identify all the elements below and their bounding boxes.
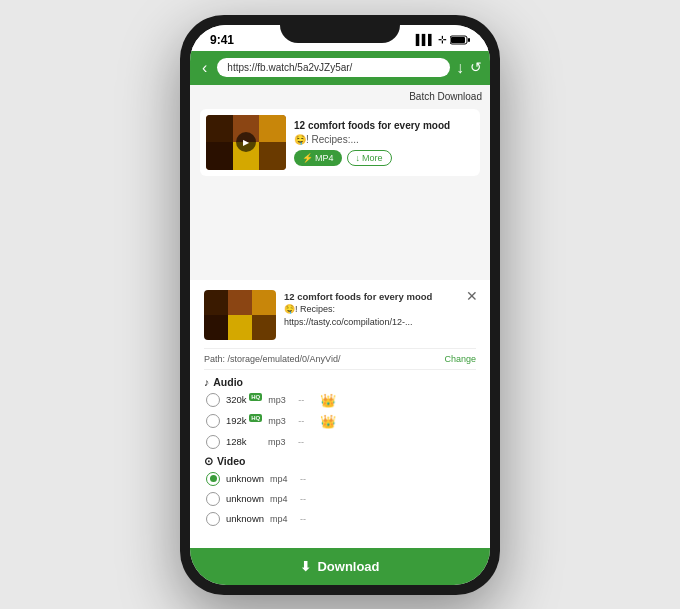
bolt-icon: ⚡ <box>302 153 313 163</box>
browser-action-icons: ↓ ↺ <box>456 59 482 77</box>
browser-refresh-icon[interactable]: ↺ <box>470 59 482 77</box>
browser-bar: ‹ https://fb.watch/5a2vJZy5ar/ ↓ ↺ <box>190 51 490 85</box>
url-bar[interactable]: https://fb.watch/5a2vJZy5ar/ <box>217 58 450 77</box>
battery-icon <box>450 35 470 45</box>
radio-video-3[interactable] <box>206 512 220 526</box>
audio-format-128k[interactable]: 128k mp3 -- <box>204 435 476 449</box>
radio-video-1[interactable] <box>206 472 220 486</box>
music-note-icon: ♪ <box>204 376 209 388</box>
video-info: 12 comfort foods for every mood 🤤! Recip… <box>294 119 474 166</box>
quality-320k: 320k HQ <box>226 394 262 405</box>
radio-video-2[interactable] <box>206 492 220 506</box>
radio-320k[interactable] <box>206 393 220 407</box>
status-time: 9:41 <box>210 33 234 47</box>
video-title: 12 comfort foods for every mood <box>294 119 474 132</box>
svg-rect-2 <box>468 38 470 42</box>
back-button[interactable]: ‹ <box>198 57 211 79</box>
main-content: Batch Download ▶ <box>190 85 490 585</box>
batch-download-label: Batch Download <box>409 91 482 102</box>
radio-128k[interactable] <box>206 435 220 449</box>
path-row: Path: /storage/emulated/0/AnyVid/ Change <box>204 348 476 370</box>
browser-download-icon[interactable]: ↓ <box>456 59 464 77</box>
video-section-title: ⊙ Video <box>204 455 476 467</box>
status-icons: ▌▌▌ ⊹ <box>416 34 470 45</box>
play-button[interactable]: ▶ <box>236 132 256 152</box>
browser-video-card: ▶ 12 comfort foods for every mood 🤤! Rec… <box>200 109 480 176</box>
phone-frame: 9:41 ▌▌▌ ⊹ ‹ https://fb.watch/5a2vJZy5ar… <box>180 15 500 595</box>
close-button[interactable]: ✕ <box>466 288 478 304</box>
crown-icon-320k: 👑 <box>320 393 336 408</box>
download-btn-icon: ⬇ <box>300 559 311 574</box>
quality-video-2: unknown <box>226 493 264 504</box>
bluetooth-icon: ⊹ <box>438 34 446 45</box>
video-icon: ⊙ <box>204 455 213 467</box>
quality-video-3: unknown <box>226 513 264 524</box>
video-actions: ⚡ MP4 ↓ More <box>294 150 474 166</box>
quality-128k: 128k <box>226 436 262 447</box>
audio-section-title: ♪ Audio <box>204 376 476 388</box>
video-meta: 🤤! Recipes:... <box>294 134 474 145</box>
webpage-area: Batch Download ▶ <box>190 85 490 280</box>
panel-content: ✕ <box>190 280 490 542</box>
notch <box>280 15 400 43</box>
download-panel: ✕ <box>190 280 490 585</box>
download-button[interactable]: ⬇ Download <box>190 548 490 585</box>
storage-path: Path: /storage/emulated/0/AnyVid/ <box>204 354 340 364</box>
radio-192k[interactable] <box>206 414 220 428</box>
phone-screen: 9:41 ▌▌▌ ⊹ ‹ https://fb.watch/5a2vJZy5ar… <box>190 25 490 585</box>
video-thumbnail: ▶ <box>206 115 286 170</box>
panel-video-row: 12 comfort foods for every mood 🤤! Recip… <box>204 290 476 340</box>
audio-format-192k[interactable]: 192k HQ mp3 -- 👑 <box>204 414 476 429</box>
panel-video-info: 12 comfort foods for every mood 🤤! Recip… <box>284 290 432 340</box>
svg-rect-1 <box>451 37 465 43</box>
video-format-2[interactable]: unknown mp4 -- <box>204 492 476 506</box>
quality-video-1: unknown <box>226 473 264 484</box>
more-button[interactable]: ↓ More <box>347 150 392 166</box>
mp4-button[interactable]: ⚡ MP4 <box>294 150 342 166</box>
video-format-1[interactable]: unknown mp4 -- <box>204 472 476 486</box>
quality-192k: 192k HQ <box>226 415 262 426</box>
download-arrow-icon: ↓ <box>356 153 361 163</box>
audio-format-320k[interactable]: 320k HQ mp3 -- 👑 <box>204 393 476 408</box>
panel-thumbnail <box>204 290 276 340</box>
change-path-button[interactable]: Change <box>444 354 476 364</box>
signal-icon: ▌▌▌ <box>416 34 434 45</box>
crown-icon-192k: 👑 <box>320 414 336 429</box>
video-format-3[interactable]: unknown mp4 -- <box>204 512 476 526</box>
